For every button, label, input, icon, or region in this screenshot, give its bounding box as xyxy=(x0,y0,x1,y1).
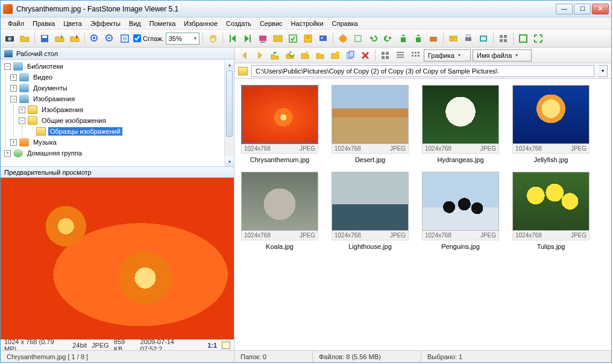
wallpaper-icon[interactable] xyxy=(316,32,330,45)
close-button[interactable]: ✕ xyxy=(592,4,609,14)
expand-icon[interactable]: − xyxy=(10,96,17,102)
menu-edit[interactable]: Правка xyxy=(29,19,58,28)
nav-back-icon[interactable] xyxy=(238,49,251,62)
save-icon[interactable] xyxy=(38,32,51,45)
menu-create[interactable]: Создать xyxy=(222,19,255,28)
capture-icon[interactable] xyxy=(3,32,16,45)
thumbnail-item[interactable]: 1024x768JPEG Hydrangeas.jpg xyxy=(421,85,500,163)
thumbnail-item[interactable]: 1024x768JPEG Koala.jpg xyxy=(240,172,319,250)
nav-forward-icon[interactable] xyxy=(253,49,266,62)
contact-icon[interactable] xyxy=(301,32,315,45)
expand-icon[interactable]: + xyxy=(10,74,17,81)
expand-icon[interactable]: + xyxy=(19,107,25,113)
zoom-out-icon[interactable] xyxy=(103,32,116,45)
view-list-icon[interactable] xyxy=(394,49,407,62)
menu-view[interactable]: Вид xyxy=(125,19,145,28)
tree-images[interactable]: Изображения xyxy=(31,95,77,103)
compare-icon[interactable] xyxy=(271,32,284,45)
folder-tree[interactable]: −Библиотеки +Видео +Документы −Изображен… xyxy=(1,60,234,167)
expand-icon[interactable]: + xyxy=(4,150,11,157)
thumbnail-item[interactable]: 1024x768JPEG Penguins.jpg xyxy=(421,172,500,250)
open-icon[interactable] xyxy=(18,32,31,45)
menu-file[interactable]: Файл xyxy=(4,19,28,28)
svg-point-16 xyxy=(307,36,309,39)
tree-scrollbar[interactable]: ▴▾ xyxy=(224,60,234,166)
menu-tools[interactable]: Сервис xyxy=(256,19,286,28)
rotate-left-icon[interactable] xyxy=(397,32,410,45)
move-to-icon[interactable] xyxy=(68,32,81,45)
tree-images-sub[interactable]: Изображения xyxy=(40,105,85,114)
smooth-checkbox[interactable]: Сглаж. xyxy=(133,34,164,42)
fit-icon[interactable] xyxy=(118,32,131,45)
redo-icon[interactable] xyxy=(382,32,395,45)
tree-samples[interactable]: Образцы изображений xyxy=(48,127,122,136)
rotate-right-icon[interactable] xyxy=(412,32,425,45)
fav-icon[interactable] xyxy=(313,49,327,62)
copy-icon[interactable] xyxy=(344,49,357,62)
settings-icon[interactable] xyxy=(497,32,510,45)
sort-combo[interactable]: Имя файла xyxy=(473,49,532,61)
address-dropdown[interactable]: ▾ xyxy=(598,65,608,77)
menu-colors[interactable]: Цвета xyxy=(60,19,86,28)
menu-tag[interactable]: Пометка xyxy=(146,19,180,28)
tree-music[interactable]: Музыка xyxy=(31,138,58,146)
menu-effects[interactable]: Эффекты xyxy=(87,19,124,28)
new-folder-icon[interactable] xyxy=(329,49,342,62)
undo-icon[interactable] xyxy=(366,32,380,45)
svg-rect-25 xyxy=(465,37,471,41)
next-icon[interactable] xyxy=(241,32,254,45)
zoom-in-icon[interactable] xyxy=(88,32,101,45)
prev-icon[interactable] xyxy=(226,32,239,45)
tree-libraries[interactable]: Библиотеки xyxy=(25,62,65,71)
docs-icon xyxy=(19,84,29,92)
thumbnail-image xyxy=(422,172,499,231)
tree-docs[interactable]: Документы xyxy=(31,84,69,92)
menu-settings[interactable]: Настройки xyxy=(288,19,327,28)
tree-video[interactable]: Видео xyxy=(31,73,54,81)
svg-rect-42 xyxy=(415,52,417,54)
tag-icon[interactable] xyxy=(286,32,300,45)
crop-icon[interactable] xyxy=(351,32,365,45)
view-large-icon[interactable] xyxy=(379,49,392,62)
preview-pane[interactable] xyxy=(1,178,234,339)
thumbnail-item[interactable]: 1024x768JPEG Chrysanthemum.jpg xyxy=(240,85,319,163)
tree-shared-images[interactable]: Общие изображения xyxy=(40,116,108,125)
nav-up-icon[interactable] xyxy=(268,49,281,62)
mail-icon[interactable] xyxy=(447,32,460,45)
color-icon[interactable] xyxy=(336,32,350,45)
thumbnail-meta: 1024x768JPEG xyxy=(332,231,409,240)
nav-refresh-icon[interactable] xyxy=(283,49,297,62)
view-filter-combo[interactable]: Графика xyxy=(424,49,471,61)
expand-icon[interactable]: + xyxy=(10,85,17,92)
address-path[interactable]: C:\Users\Public\Pictures\Copy of Copy (2… xyxy=(251,65,594,77)
titlebar[interactable]: Chrysanthemum.jpg - FastStone Image View… xyxy=(1,1,611,17)
copy-to-icon[interactable] xyxy=(53,32,66,45)
thumbnail-item[interactable]: 1024x768JPEG Lighthouse.jpg xyxy=(331,172,409,250)
hand-icon[interactable] xyxy=(206,32,219,45)
status-folders: Папок: 0 xyxy=(234,351,313,362)
thumbnail-item[interactable]: 1024x768JPEG Tulips.jpg xyxy=(512,172,590,250)
expand-icon[interactable]: − xyxy=(19,118,25,124)
print-icon[interactable] xyxy=(462,32,475,45)
histogram-icon[interactable] xyxy=(222,342,230,349)
delete-icon[interactable] xyxy=(359,49,372,62)
thumbnail-item[interactable]: 1024x768JPEG Jellyfish.jpg xyxy=(512,85,590,163)
thumbnail-item[interactable]: 1024x768JPEG Desert.jpg xyxy=(331,85,409,163)
fullscreen-icon[interactable] xyxy=(517,32,530,45)
minimize-button[interactable]: — xyxy=(556,4,573,14)
slideshow-icon[interactable] xyxy=(256,32,269,45)
expand-icon[interactable]: + xyxy=(10,139,17,146)
menu-favorites[interactable]: Избранное xyxy=(180,19,221,28)
resize-icon[interactable] xyxy=(427,32,440,45)
thumbnail-grid[interactable]: 1024x768JPEG Chrysanthemum.jpg 1024x768J… xyxy=(234,79,611,350)
fullscreen2-icon[interactable] xyxy=(532,32,545,45)
menu-help[interactable]: Справка xyxy=(329,19,362,28)
expand-icon[interactable]: − xyxy=(4,63,11,70)
maximize-button[interactable]: ☐ xyxy=(574,4,591,14)
view-small-icon[interactable] xyxy=(409,49,422,62)
scan-icon[interactable] xyxy=(477,32,490,45)
fav-add-icon[interactable] xyxy=(298,49,312,62)
zoom-percent-combo[interactable]: 35% xyxy=(166,33,200,45)
tree-homegroup[interactable]: Домашняя группа xyxy=(25,149,84,157)
images-icon xyxy=(19,95,29,103)
